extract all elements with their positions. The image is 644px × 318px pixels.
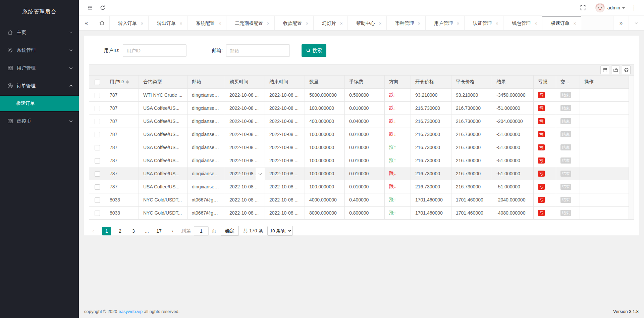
tab-item-0[interactable]: 转入订单× [110,16,149,30]
table-scrollbar-gutter[interactable] [629,75,634,220]
row-checkbox[interactable] [95,119,100,124]
close-icon[interactable]: × [217,21,223,26]
row-checkbox[interactable] [95,197,100,203]
admin-username[interactable]: admin [607,5,620,10]
prev-page-button[interactable]: ‹ [89,227,98,235]
cell-close_price: 216.730000 [451,141,492,154]
print-icon[interactable] [622,65,631,74]
sidebar-item-4[interactable]: 虚拟币 [0,112,79,130]
next-page-button[interactable]: › [168,227,177,235]
toggle-sidebar-icon[interactable] [84,0,96,15]
row-select-cell [89,141,105,154]
row-checkbox[interactable] [95,106,100,111]
sidebar-subitem-3-0[interactable]: 极速订单 [0,96,79,111]
tabs-scroll-right-icon[interactable]: » [613,16,629,30]
page-button-17[interactable]: 17 [155,227,163,235]
close-icon[interactable]: × [377,21,383,26]
cell-text: 1701.460000 [415,197,443,202]
tab-item-9[interactable]: 认证管理× [465,16,503,30]
refresh-icon[interactable] [96,0,109,15]
cell-open_price: 1701.460000 [411,193,451,207]
cell-text: 2022-10-08 ... [229,145,259,150]
row-checkbox[interactable] [95,211,100,216]
cell-actions [580,207,629,220]
fullscreen-icon[interactable] [577,0,589,15]
cell-direction: 跌↓ [385,180,411,193]
column-header-label: 邮箱 [192,79,201,84]
tab-item-3[interactable]: 二元期权配置× [226,16,275,30]
table-row: 787USA Coffee/US...dingxiansen...2022-10… [89,115,629,128]
cell-expand-button[interactable] [256,168,265,180]
tab-item-11[interactable]: 极速订单× [542,16,581,30]
page-button-3[interactable]: 3 [129,227,138,235]
close-icon[interactable]: × [265,21,271,26]
search-button[interactable]: 搜索 [302,44,326,57]
close-icon[interactable]: × [338,21,344,26]
tabbar-spacer [581,16,613,30]
tabs-menu-icon[interactable] [629,16,644,30]
sidebar-item-1[interactable]: 系统管理 [0,41,79,59]
sidebar-item-label: 主页 [17,30,70,36]
cell-fee: 0.400000 [345,193,385,207]
goto-confirm-button[interactable]: 确定 [221,226,239,236]
cell-close_price: 1701.460000 [451,207,492,220]
user-id-input[interactable] [123,44,186,57]
cell-end_time: 2022-10-08 ... [265,128,305,141]
direction-down-label: 跌↓ [389,131,396,137]
row-checkbox[interactable] [95,132,100,137]
tab-item-5[interactable]: 幻灯片× [314,16,348,30]
cell-fee: 0.010000 [345,154,385,167]
page-button-2[interactable]: 2 [116,227,124,235]
tabs-scroll-left-icon[interactable]: « [79,16,94,30]
row-checkbox[interactable] [95,158,100,164]
page-size-select[interactable]: 10 条/页 [267,226,293,236]
row-checkbox[interactable] [95,184,100,190]
close-icon[interactable]: × [304,21,310,26]
cell-result: -4080.000000 [492,207,534,220]
close-icon[interactable]: × [494,21,500,26]
goto-page-input[interactable] [194,226,209,236]
export-icon[interactable] [611,65,620,74]
filter-columns-icon[interactable] [600,65,609,74]
sort-desc-icon[interactable] [126,82,129,85]
close-icon[interactable]: × [455,21,461,26]
sidebar-item-0[interactable]: 主页 [0,24,79,41]
loss-badge: 亏 [538,184,545,190]
more-menu-icon[interactable]: ⋮ [625,4,639,11]
column-header-12: 亏损 [534,76,556,89]
page-button-1[interactable]: 1 [102,227,111,235]
cell-text: 2022-10-08 ... [269,184,299,189]
tab-item-4[interactable]: 收款配置× [275,16,314,30]
status-badge: 结束 [560,144,571,150]
sort-icon[interactable] [126,79,129,85]
tab-item-2[interactable]: 系统配置× [187,16,226,30]
row-checkbox[interactable] [95,145,100,150]
sidebar-item-3[interactable]: 订单管理 [0,77,79,95]
version-label: Version 3.1.8 [613,309,639,314]
tab-item-6[interactable]: 帮助中心× [348,16,387,30]
status-badge: 结束 [560,92,571,98]
cell-text: 2022-10-08 ... [229,171,259,176]
tab-item-7[interactable]: 币种管理× [387,16,426,30]
cell-text: 8033 [110,197,120,202]
select-all-checkbox[interactable] [95,80,100,85]
tab-item-8[interactable]: 用户管理× [426,16,465,30]
close-icon[interactable]: × [572,21,578,26]
close-icon[interactable]: × [533,21,539,26]
tab-home[interactable] [94,16,110,30]
status-badge: 结束 [560,105,571,111]
sort-asc-icon[interactable] [126,79,129,82]
row-checkbox[interactable] [95,171,100,177]
cell-text: 2022-10-08 ... [269,132,299,137]
tab-item-10[interactable]: 钱包管理× [503,16,542,30]
sidebar-item-2[interactable]: 用户管理 [0,59,79,77]
close-icon[interactable]: × [139,21,145,26]
tab-item-1[interactable]: 转出订单× [149,16,187,30]
row-checkbox[interactable] [95,93,100,98]
cell-email: dingxiansen... [187,102,225,115]
footer-link[interactable]: easyweb.vip [118,309,143,314]
email-input[interactable] [226,44,290,57]
user-avatar[interactable] [595,3,605,12]
close-icon[interactable]: × [178,21,184,26]
close-icon[interactable]: × [416,21,422,26]
